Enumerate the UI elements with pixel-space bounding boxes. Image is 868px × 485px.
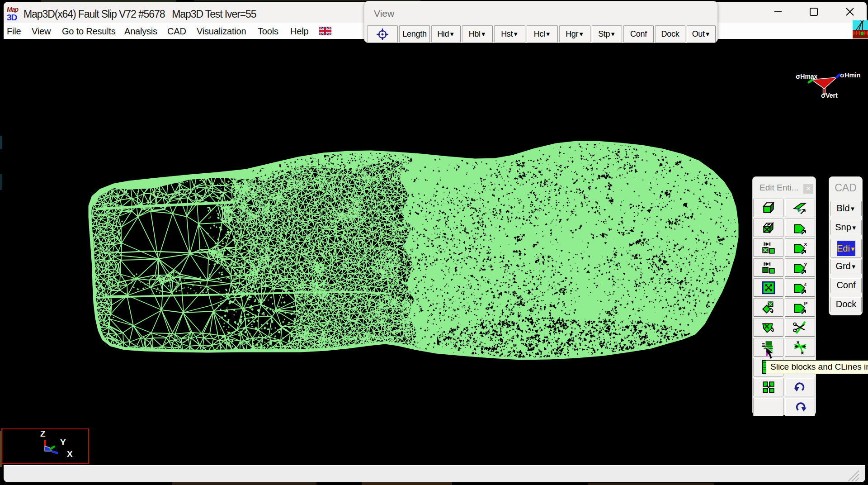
svg-text:z: z bbox=[804, 281, 807, 286]
svg-text:y: y bbox=[804, 261, 807, 266]
svg-text:x: x bbox=[804, 241, 807, 247]
svg-text:σHmax: σHmax bbox=[796, 72, 818, 80]
svg-text:σHmin: σHmin bbox=[840, 71, 860, 79]
svg-text:P: P bbox=[804, 300, 807, 306]
